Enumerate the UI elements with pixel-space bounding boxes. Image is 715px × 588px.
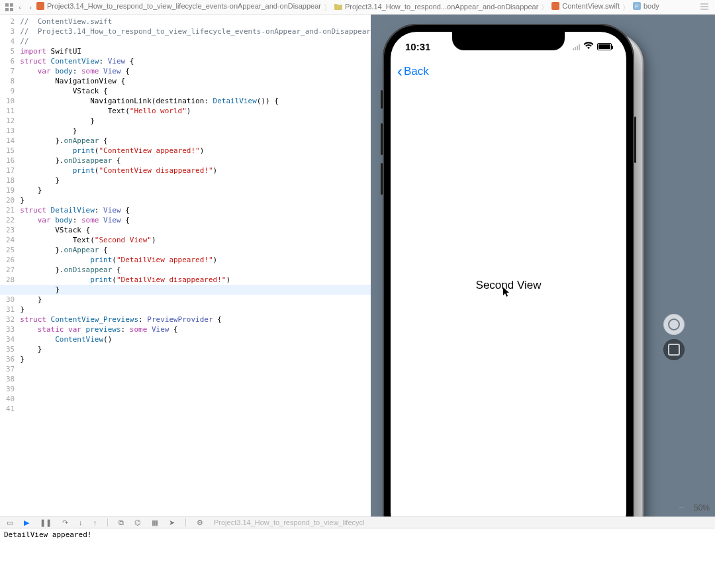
code-line[interactable]: Text("Second View") <box>20 235 371 245</box>
related-items-icon[interactable] <box>4 2 15 13</box>
code-line[interactable]: print("ContentView disappeared!") <box>20 166 371 175</box>
code-line[interactable]: struct ContentView: View { <box>20 56 371 66</box>
simulator-screen[interactable]: 10:31 ‹ Back Second View <box>391 32 626 539</box>
code-line[interactable]: } <box>20 295 371 305</box>
pause-icon[interactable]: ❚❚ <box>40 518 52 527</box>
debug-bar: ▭ ▶ ❚❚ ↷ ↓ ↑ ⧉ ⌬ ▦ ➤ ⚙ Project3.14_How_t… <box>0 516 715 528</box>
document-items-icon[interactable] <box>700 3 711 11</box>
code-line[interactable]: print("DetailView appeared!") <box>20 255 371 265</box>
breadcrumb-item[interactable]: Project3.14_How_to_respond...onAppear_an… <box>334 2 538 11</box>
signal-icon <box>573 43 580 50</box>
line-number: 41 <box>0 404 15 414</box>
code-line[interactable]: NavigationView { <box>20 76 371 86</box>
step-into-icon[interactable]: ↓ <box>79 518 83 526</box>
code-line[interactable]: }.onDisappear { <box>20 265 371 275</box>
code-line[interactable]: var body: some View { <box>20 215 371 225</box>
code-line[interactable]: }.onAppear { <box>20 136 371 146</box>
device-notch <box>452 32 565 50</box>
line-number: 20 <box>0 195 15 205</box>
step-out-icon[interactable]: ↑ <box>93 518 97 526</box>
code-line[interactable]: VStack { <box>20 225 371 235</box>
breadcrumb-item[interactable]: Project3.14_How_to_respond_to_view_lifec… <box>36 1 321 11</box>
line-number: 7 <box>0 66 15 76</box>
code-line[interactable]: struct ContentView_Previews: PreviewProv… <box>20 315 371 324</box>
breadcrumb-label: Project3.14_How_to_respond_to_view_lifec… <box>47 2 321 10</box>
device-side-button <box>634 117 636 163</box>
breadcrumb-label: Project3.14_How_to_respond...onAppear_an… <box>345 3 538 11</box>
preview-play-button[interactable] <box>663 314 685 335</box>
svg-rect-2 <box>5 8 9 11</box>
code-line[interactable]: } <box>20 126 371 136</box>
code-line[interactable]: static var previews: some View { <box>20 324 371 334</box>
console-output[interactable]: DetailView appeared! <box>0 528 715 588</box>
breadcrumb-item[interactable]: ContentView.swift <box>551 1 620 11</box>
nav-back-icon[interactable]: ‹ <box>15 2 25 13</box>
zoom-control: − 50% <box>679 502 710 514</box>
line-number: 27 <box>0 265 15 275</box>
swift-icon <box>36 1 45 11</box>
code-line[interactable]: // Project3.14_How_to_respond_to_view_li… <box>20 26 371 36</box>
svg-text:P: P <box>635 3 638 9</box>
process-icon: ⚙ <box>197 518 203 527</box>
hide-debug-icon[interactable]: ▭ <box>7 518 13 527</box>
status-time: 10:31 <box>405 41 430 52</box>
memory-graph-icon[interactable]: ⌬ <box>134 518 141 527</box>
step-over-icon[interactable]: ↷ <box>62 518 68 527</box>
source-editor[interactable]: 2345678910111213141516171819202122232425… <box>0 15 371 516</box>
prop-icon: P <box>632 1 642 11</box>
line-number: 24 <box>0 235 15 245</box>
code-line[interactable]: } <box>20 344 371 354</box>
zoom-level: 50% <box>694 503 710 513</box>
code-line[interactable]: import SwiftUI <box>20 46 371 56</box>
view-debug-icon[interactable]: ⧉ <box>119 518 124 527</box>
env-overrides-icon[interactable]: ▦ <box>152 518 158 527</box>
code-line[interactable]: print("ContentView appeared!") <box>20 146 371 156</box>
code-line[interactable]: print("DetailView disappeared!") <box>20 275 371 285</box>
code-line[interactable]: } <box>20 195 371 205</box>
battery-icon <box>597 43 612 50</box>
breakpoints-icon[interactable]: ▶ <box>24 518 29 527</box>
folder-icon <box>334 2 343 11</box>
code-line[interactable]: NavigationLink(destination: DetailView()… <box>20 96 371 106</box>
code-line[interactable]: }.onAppear { <box>20 245 371 255</box>
code-line[interactable]: } <box>20 305 371 315</box>
line-number: 2 <box>0 17 15 26</box>
line-number: 26 <box>0 255 15 265</box>
nav-fwd-icon[interactable]: › <box>25 2 36 13</box>
line-number: 39 <box>0 384 15 394</box>
nav-back-button[interactable]: ‹ Back <box>397 64 429 79</box>
code-line[interactable]: VStack { <box>20 86 371 96</box>
code-line[interactable]: ContentView() <box>20 334 371 344</box>
process-name[interactable]: Project3.14_How_to_respond_to_view_lifec… <box>214 518 364 526</box>
svg-rect-0 <box>5 3 9 7</box>
code-line[interactable]: // ContentView.swift <box>20 17 371 26</box>
preview-inspect-button[interactable] <box>663 339 685 360</box>
code-line[interactable]: }.onDisappear { <box>20 156 371 166</box>
code-line[interactable]: } <box>20 116 371 126</box>
code-area[interactable]: // ContentView.swift// Project3.14_How_t… <box>20 15 371 516</box>
code-line[interactable]: } <box>20 175 371 185</box>
power-icon <box>668 318 680 330</box>
code-line[interactable]: } <box>20 185 371 195</box>
line-number: 10 <box>0 96 15 106</box>
code-line[interactable]: struct DetailView: View { <box>20 205 371 215</box>
line-number: 21 <box>0 205 15 215</box>
code-line[interactable]: Text("Hello world") <box>20 106 371 116</box>
line-number: 23 <box>0 225 15 235</box>
zoom-out-button[interactable]: − <box>679 502 685 514</box>
nav-back-label: Back <box>404 65 429 78</box>
line-number: 16 <box>0 156 15 166</box>
breadcrumb-item[interactable]: Pbody <box>632 1 659 11</box>
device-volume-down <box>381 163 383 195</box>
line-number: 13 <box>0 126 15 136</box>
code-line[interactable]: } <box>20 354 371 364</box>
line-number: 11 <box>0 106 15 116</box>
code-line[interactable]: var body: some View { <box>20 66 371 76</box>
line-number: 18 <box>0 175 15 185</box>
location-icon[interactable]: ➤ <box>169 518 175 527</box>
code-line[interactable]: } <box>0 285 371 295</box>
line-number: 35 <box>0 344 15 354</box>
line-number: 3 <box>0 26 15 36</box>
code-line[interactable]: // <box>20 36 371 46</box>
device-volume-up <box>381 123 383 155</box>
